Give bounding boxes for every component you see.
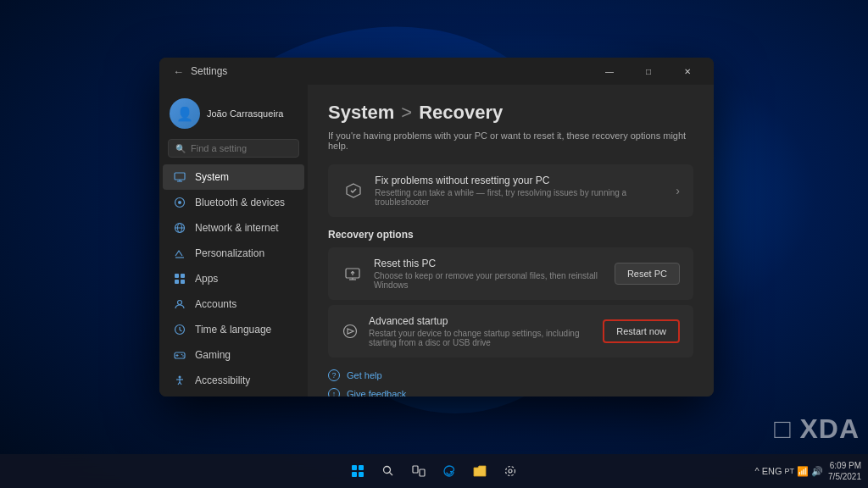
breadcrumb-current: Recovery [419, 102, 503, 124]
settings-window: ← Settings — □ ✕ 👤 João Carrasqueira 🔍 [159, 58, 714, 396]
main-content: System > Recovery If you're having probl… [308, 85, 714, 396]
taskbar-clock[interactable]: 6:09 PM 7/5/2021 [828, 460, 861, 482]
fix-problems-icon [342, 179, 364, 202]
search-input[interactable] [191, 143, 292, 153]
reset-pc-title: Reset this PC [374, 258, 615, 269]
sidebar-item-gaming[interactable]: Gaming [163, 342, 304, 368]
sidebar-gaming-label: Gaming [195, 349, 231, 361]
title-bar: ← Settings — □ ✕ [159, 58, 714, 85]
sidebar-accounts-label: Accounts [195, 298, 236, 310]
get-help-icon: ? [328, 369, 340, 381]
task-view-button[interactable] [405, 458, 432, 485]
windows-logo-icon [352, 465, 364, 477]
svg-rect-12 [181, 280, 185, 284]
user-profile[interactable]: 👤 João Carrasqueira [159, 92, 308, 136]
svg-rect-10 [181, 274, 185, 278]
back-button[interactable]: ← [173, 65, 184, 78]
page-description: If you're having problems with your PC o… [328, 130, 693, 151]
search-box[interactable]: 🔍 [168, 139, 299, 158]
fix-chevron-icon: › [676, 184, 680, 197]
sidebar-item-system[interactable]: System [163, 164, 304, 190]
taskbar-settings-button[interactable] [497, 458, 524, 485]
taskbar-time-display: 6:09 PM [830, 460, 861, 471]
accessibility-icon [173, 374, 186, 387]
svg-point-20 [181, 354, 183, 356]
advanced-startup-icon [342, 319, 359, 343]
taskbar-explorer-button[interactable] [466, 458, 493, 485]
svg-point-21 [182, 355, 184, 357]
sidebar-network-label: Network & internet [195, 222, 279, 234]
taskbar-center [344, 458, 524, 485]
taskbar-date-display: 7/5/2021 [828, 471, 861, 482]
advanced-startup-left: Advanced startup Restart your device to … [342, 315, 603, 347]
tray-lang-label: ENG [762, 466, 782, 476]
tray-arrow-icon[interactable]: ^ [755, 466, 760, 476]
minimize-button[interactable]: — [590, 58, 629, 85]
user-name: João Carrasqueira [207, 108, 284, 119]
sidebar-item-privacy[interactable]: Privacy & security [163, 393, 304, 396]
gaming-icon [173, 348, 186, 362]
svg-point-33 [384, 467, 391, 474]
svg-line-34 [390, 473, 393, 476]
xda-watermark: □ XDA [774, 410, 860, 446]
maximize-button[interactable]: □ [629, 58, 668, 85]
sidebar-bluetooth-label: Bluetooth & devices [195, 197, 285, 208]
window-controls: — □ ✕ [590, 58, 707, 85]
get-help-label: Get help [347, 370, 382, 380]
svg-point-38 [506, 467, 515, 476]
sidebar-item-apps[interactable]: Apps [163, 266, 304, 291]
fix-title: Fix problems without resetting your PC [375, 175, 676, 186]
svg-rect-36 [420, 469, 425, 476]
fix-card-left: Fix problems without resetting your PC R… [342, 175, 676, 207]
reset-pc-text: Reset this PC Choose to keep or remove y… [374, 258, 615, 290]
accounts-icon [173, 297, 186, 311]
reset-pc-card: Reset this PC Choose to keep or remove y… [328, 247, 693, 300]
give-feedback-link[interactable]: ↑ Give feedback [328, 386, 693, 396]
title-bar-left: ← Settings [173, 65, 227, 78]
help-links: ? Get help ↑ Give feedback [328, 368, 693, 396]
sidebar-item-accessibility[interactable]: Accessibility [163, 368, 304, 393]
svg-point-22 [179, 376, 181, 379]
sidebar-item-time[interactable]: Time & language [163, 317, 304, 342]
close-button[interactable]: ✕ [668, 58, 707, 85]
fix-text-block: Fix problems without resetting your PC R… [375, 175, 676, 207]
restart-now-button[interactable]: Restart now [603, 319, 680, 343]
reset-pc-left: Reset this PC Choose to keep or remove y… [342, 258, 615, 290]
fix-subtitle: Resetting can take a while — first, try … [375, 188, 676, 207]
tray-lang-sub: PT [785, 467, 795, 475]
sidebar-personalization-label: Personalization [195, 247, 264, 259]
taskbar-search-button[interactable] [375, 458, 402, 485]
sidebar-item-personalization[interactable]: Personalization [163, 241, 304, 266]
search-icon: 🔍 [175, 144, 186, 153]
sidebar-system-label: System [195, 171, 229, 183]
breadcrumb: System > Recovery [328, 102, 693, 124]
volume-icon: 🔊 [811, 466, 823, 477]
fix-problems-card[interactable]: Fix problems without resetting your PC R… [328, 164, 693, 217]
sidebar-time-label: Time & language [195, 324, 271, 336]
advanced-startup-text: Advanced startup Restart your device to … [369, 315, 603, 347]
svg-rect-35 [413, 466, 418, 473]
advanced-startup-title: Advanced startup [369, 315, 603, 327]
sidebar-item-bluetooth[interactable]: Bluetooth & devices [163, 190, 304, 215]
svg-point-13 [178, 301, 182, 305]
give-feedback-label: Give feedback [347, 389, 406, 396]
time-icon [173, 323, 186, 336]
svg-rect-11 [175, 280, 179, 284]
window-title: Settings [191, 65, 227, 77]
breadcrumb-parent: System [328, 102, 394, 124]
sidebar-item-accounts[interactable]: Accounts [163, 291, 304, 317]
advanced-startup-card: Advanced startup Restart your device to … [328, 305, 693, 358]
give-feedback-icon: ↑ [328, 388, 340, 396]
breadcrumb-separator: > [401, 102, 412, 124]
svg-point-37 [509, 469, 512, 473]
get-help-link[interactable]: ? Get help [328, 368, 693, 383]
taskbar-edge-button[interactable] [436, 458, 463, 485]
sidebar: 👤 João Carrasqueira 🔍 Syst [159, 85, 308, 396]
system-icon [173, 170, 186, 184]
apps-icon [173, 272, 186, 286]
advanced-startup-subtitle: Restart your device to change startup se… [369, 329, 603, 347]
svg-rect-0 [175, 173, 185, 180]
start-button[interactable] [344, 458, 371, 485]
sidebar-item-network[interactable]: Network & internet [163, 215, 304, 241]
reset-pc-button[interactable]: Reset PC [615, 263, 680, 285]
